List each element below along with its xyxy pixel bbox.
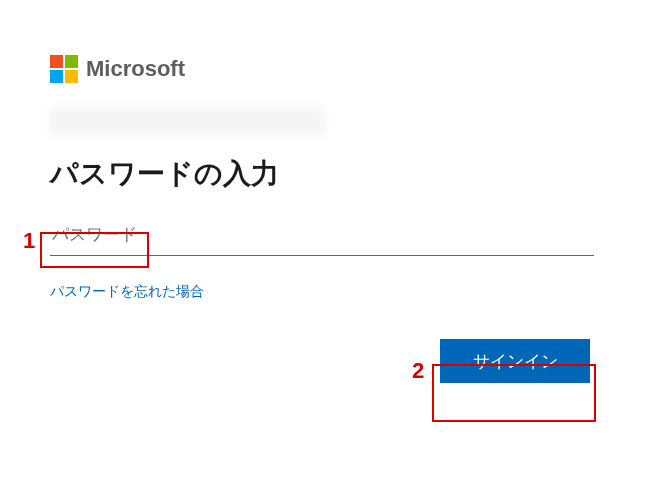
password-field-wrap (50, 219, 590, 256)
microsoft-logo-icon (50, 55, 78, 83)
signin-button[interactable]: サインイン (440, 339, 590, 383)
brand-row: Microsoft (50, 55, 590, 83)
actions-row: サインイン (50, 339, 590, 383)
forgot-password-link[interactable]: パスワードを忘れた場合 (50, 283, 204, 301)
callout-number-1: 1 (23, 228, 35, 254)
account-identity-blurred (50, 107, 325, 135)
password-input[interactable] (50, 219, 594, 256)
brand-name: Microsoft (86, 56, 185, 82)
page-title: パスワードの入力 (50, 155, 590, 193)
